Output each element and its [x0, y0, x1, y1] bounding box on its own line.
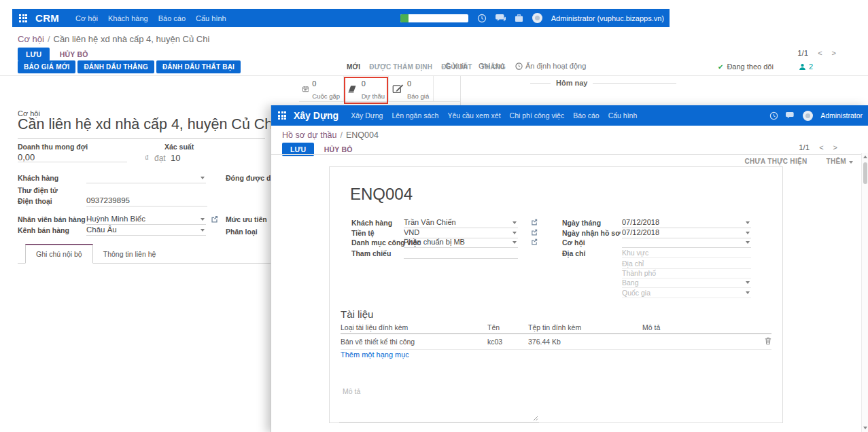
scroll-up-icon[interactable] — [863, 156, 867, 158]
customer-field[interactable] — [86, 173, 206, 183]
kanban-state-button[interactable]: CHƯA THỰC HIỆN — [744, 158, 807, 165]
tab-internal-notes[interactable]: Ghi chú nội bộ — [25, 244, 93, 264]
messages-icon[interactable] — [496, 14, 506, 22]
address-country-input[interactable]: Quốc gia — [622, 289, 751, 298]
tags-label: Phân loại — [226, 228, 258, 236]
following-toggle[interactable]: ✔ Đang theo dõi — [718, 62, 774, 71]
doc-size-cell[interactable]: 376.44 Kb — [528, 338, 642, 346]
briefcase-icon[interactable] — [515, 14, 523, 22]
menu-cau-hinh[interactable]: Cấu hình — [196, 14, 226, 22]
construction-app-title[interactable]: Xây Dựng — [294, 110, 338, 121]
apps-grid-icon[interactable] — [19, 14, 27, 22]
work-category-field[interactable]: Phần chuẩn bị MB — [404, 238, 518, 248]
small-clock-icon — [515, 62, 523, 70]
menu-bao-cao[interactable]: Báo cáo — [158, 14, 186, 22]
pager-value[interactable]: 1/1 — [799, 143, 810, 151]
avatar[interactable] — [532, 13, 542, 23]
apps-grid-icon[interactable] — [278, 111, 286, 120]
address-city-input[interactable]: Thành phố — [622, 269, 751, 278]
breadcrumb-separator: / — [341, 130, 343, 140]
add-line-link[interactable]: Thêm một hạng mục — [341, 350, 409, 359]
probability-label: Xác suất — [164, 143, 194, 151]
discard-button[interactable]: HỦY BỎ — [53, 48, 95, 61]
activities-clock-icon[interactable] — [769, 111, 778, 120]
stage-new[interactable]: MỚI — [347, 63, 360, 71]
scrollbar[interactable] — [861, 153, 868, 432]
calendar-icon — [302, 84, 309, 94]
notebook-tabs: Ghi chú nội bộ Thông tin liên hệ — [18, 243, 281, 264]
salesperson-external-link-icon[interactable] — [211, 215, 218, 223]
col-description[interactable]: Mô tả — [642, 323, 751, 331]
scroll-down-icon[interactable] — [863, 427, 867, 429]
scrollbar-thumb[interactable] — [863, 162, 867, 184]
systray-progress-indicator[interactable] — [400, 14, 468, 22]
menu-bao-cao[interactable]: Báo cáo — [573, 111, 600, 120]
received-date-field[interactable]: 07/12/2018 — [622, 228, 751, 238]
breadcrumb-parent[interactable]: Hồ sơ dự thầu — [282, 130, 337, 140]
document-row[interactable]: Bản vẽ thiết kế thi công kc03 376.44 Kb — [341, 334, 771, 350]
salesperson-field[interactable]: Huỳnh Minh Biếc — [86, 215, 206, 225]
avatar[interactable] — [803, 111, 813, 121]
menu-cau-hinh[interactable]: Cấu hình — [608, 111, 638, 120]
date-field[interactable]: 07/12/2018 — [622, 218, 751, 228]
pager-next-icon[interactable]: > — [832, 49, 836, 57]
user-menu[interactable]: Administrator — [820, 111, 863, 120]
followers-counter[interactable]: 2 — [799, 62, 813, 71]
menu-yeu-cau-xem-xet[interactable]: Yêu cầu xem xét — [447, 111, 500, 120]
menu-xay-dung[interactable]: Xây Dựng — [351, 111, 383, 120]
doc-name-cell[interactable]: kc03 — [487, 338, 528, 346]
breadcrumb-separator: / — [48, 34, 50, 44]
menu-len-ngan-sach[interactable]: Lên ngân sách — [392, 111, 438, 120]
opportunity-field[interactable] — [622, 238, 751, 248]
address-state-input[interactable]: Bang — [622, 278, 751, 288]
mark-won-button[interactable]: ĐÁNH DẤU THẮNG — [77, 60, 154, 73]
resize-handle-icon[interactable] — [533, 416, 538, 421]
activities-clock-icon[interactable] — [477, 14, 487, 23]
revenue-label: Doanh thu mong đợi — [18, 143, 88, 151]
reference-field[interactable] — [404, 249, 518, 259]
doc-type-cell[interactable]: Bản vẽ thiết kế thi công — [341, 338, 487, 346]
log-note-link[interactable]: Ghi chú — [479, 62, 504, 70]
more-dropdown-button[interactable]: THÊM — [826, 158, 853, 165]
new-quotation-button[interactable]: BÁO GIÁ MỚI — [18, 60, 75, 73]
opportunity-title[interactable]: Cần liên hệ xd nhà cấp 4, huyện Củ Chi — [18, 116, 265, 139]
stage-qualified[interactable]: ĐƯỢC THẨM ĐỊNH — [369, 63, 432, 71]
address-street-input[interactable]: Địa chỉ — [622, 259, 751, 269]
currency-field[interactable]: VND — [404, 228, 518, 238]
description-textarea[interactable]: Mô tả — [339, 383, 539, 422]
pager-prev-icon[interactable]: < — [818, 49, 822, 57]
pager-value[interactable]: 1/1 — [797, 49, 808, 57]
address-area-input[interactable]: Khu vực — [622, 249, 751, 258]
col-doc-type[interactable]: Loại tài liệu đính kèm — [341, 323, 487, 331]
user-menu[interactable]: Administrator (vuphuc.bizapps.vn) — [551, 14, 664, 22]
stat-button-quotations[interactable]: 0Báo giá — [389, 76, 434, 101]
currency-external-link-icon[interactable] — [531, 229, 538, 236]
channel-field[interactable]: Châu Âu — [86, 226, 206, 236]
customer-external-link-icon[interactable] — [531, 219, 538, 226]
revenue-field[interactable]: 0,00 — [18, 152, 127, 162]
pager-next-icon[interactable]: > — [833, 143, 837, 151]
probability-value[interactable]: 10 — [171, 153, 180, 163]
work-category-external-link-icon[interactable] — [531, 238, 538, 245]
customer-field[interactable]: Trần Văn Chiến — [404, 218, 518, 228]
col-name[interactable]: Tên — [487, 323, 528, 331]
stat-button-tenders[interactable]: 0Dự thầu — [344, 76, 389, 101]
delete-row-button[interactable] — [751, 337, 771, 346]
phone-field[interactable]: 0937239895 — [86, 196, 207, 206]
mark-lost-button[interactable]: ĐÁNH DẤU THẤT BẠI — [156, 60, 241, 73]
menu-khach-hang[interactable]: Khách hàng — [108, 14, 148, 22]
messages-icon[interactable] — [786, 111, 795, 120]
menu-co-hoi[interactable]: Cơ hội — [75, 14, 98, 22]
stat-button-meetings[interactable]: 0Cuộc gặp — [299, 76, 344, 101]
pager-prev-icon[interactable]: < — [819, 143, 823, 151]
schedule-activity-link[interactable]: Ấn định hoạt động — [515, 62, 586, 70]
save-button[interactable]: LƯU — [18, 48, 50, 61]
construction-systray: Administrator — [769, 111, 863, 121]
crm-app-title[interactable]: CRM — [35, 12, 59, 24]
col-attachment[interactable]: Tệp tin đính kèm — [528, 323, 642, 331]
enquiry-title[interactable]: ENQ004 — [350, 185, 413, 204]
breadcrumb-parent[interactable]: Cơ hội — [18, 34, 44, 44]
send-message-link[interactable]: Gửi tin — [445, 62, 468, 70]
tab-contact-info[interactable]: Thông tin liên hệ — [93, 245, 167, 263]
menu-chi-phi-cong-viec[interactable]: Chi phí công việc — [510, 111, 565, 120]
